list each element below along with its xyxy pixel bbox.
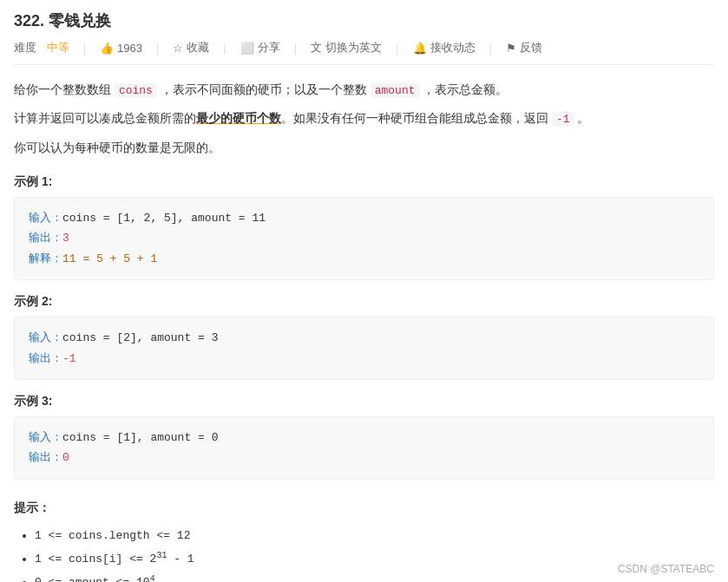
example3-output: 输出：0 xyxy=(29,448,699,468)
likes-item[interactable]: 👍 1963 xyxy=(100,42,142,55)
example1-output: 输出：3 xyxy=(29,228,699,248)
collect-label: 收藏 xyxy=(187,40,209,56)
minus-one-code: -1 xyxy=(552,112,574,127)
divider6: | xyxy=(489,42,492,55)
highlight-text: 最少的硬币个数 xyxy=(196,111,281,125)
bell-label: 接收动态 xyxy=(430,40,475,56)
meta-row: 难度 中等 | 👍 1963 | ☆ 收藏 | ⬜ 分享 | 文 切换为英文 |… xyxy=(14,40,714,65)
example1-block: 输入：coins = [1, 2, 5], amount = 11 输出：3 解… xyxy=(14,197,714,280)
desc-line2: 计算并返回可以凑成总金额所需的最少的硬币个数。如果没有任何一种硬币组合能组成总金… xyxy=(14,108,714,129)
coins-code1: coins xyxy=(115,83,157,98)
feedback-label: 反馈 xyxy=(520,40,542,56)
watermark: CSDN @STATEABC xyxy=(618,563,714,575)
example2-input: 输入：coins = [2], amount = 3 xyxy=(29,328,699,348)
hint-item-2: 1 <= coins[i] <= 231 - 1 xyxy=(35,547,714,571)
description-section: 给你一个整数数组 coins ，表示不同面额的硬币；以及一个整数 amount … xyxy=(14,79,714,159)
divider2: | xyxy=(156,42,159,55)
translate-button[interactable]: 文 切换为英文 xyxy=(311,40,382,56)
example2-title: 示例 2: xyxy=(14,294,714,310)
amount-code1: amount xyxy=(371,83,420,98)
example3-input: 输入：coins = [1], amount = 0 xyxy=(29,428,699,448)
hint-item-1: 1 <= coins.length <= 12 xyxy=(35,525,714,547)
example1-title: 示例 1: xyxy=(14,174,714,190)
likes-count: 1963 xyxy=(117,42,142,55)
bell-button[interactable]: 🔔 接收动态 xyxy=(413,40,475,56)
example3-block: 输入：coins = [1], amount = 0 输出：0 xyxy=(14,416,714,480)
thumbs-up-icon: 👍 xyxy=(100,42,114,55)
example1-explain: 解释：11 = 5 + 5 + 1 xyxy=(29,249,699,269)
divider4: | xyxy=(294,42,297,55)
hint-item-3: 0 <= amount <= 104 xyxy=(35,571,714,582)
hints-title: 提示： xyxy=(14,500,714,516)
translate-label: 切换为英文 xyxy=(325,40,382,56)
divider1: | xyxy=(83,42,86,55)
collect-button[interactable]: ☆ 收藏 xyxy=(173,40,209,56)
difficulty-value: 中等 xyxy=(47,40,69,56)
hints-list: 1 <= coins.length <= 12 1 <= coins[i] <=… xyxy=(14,525,714,582)
difficulty-item: 难度 中等 xyxy=(14,40,69,56)
page-container: 322. 零钱兑换 难度 中等 | 👍 1963 | ☆ 收藏 | ⬜ 分享 |… xyxy=(0,0,728,582)
hints-section: 提示： 1 <= coins.length <= 12 1 <= coins[i… xyxy=(14,500,714,582)
share-button[interactable]: ⬜ 分享 xyxy=(240,40,280,56)
desc-line1: 给你一个整数数组 coins ，表示不同面额的硬币；以及一个整数 amount … xyxy=(14,79,714,101)
example2-block: 输入：coins = [2], amount = 3 输出：-1 xyxy=(14,317,714,380)
example1-input: 输入：coins = [1, 2, 5], amount = 11 xyxy=(29,208,699,228)
example2-output: 输出：-1 xyxy=(29,349,699,369)
desc-line3: 你可以认为每种硬币的数量是无限的。 xyxy=(14,137,714,159)
divider3: | xyxy=(223,42,226,55)
page-title: 322. 零钱兑换 xyxy=(14,10,714,31)
star-icon: ☆ xyxy=(173,42,183,55)
share-icon: ⬜ xyxy=(240,42,254,55)
divider5: | xyxy=(396,42,398,55)
translate-icon: 文 xyxy=(311,40,322,56)
bell-icon: 🔔 xyxy=(413,42,427,55)
difficulty-label: 难度 xyxy=(14,40,36,56)
feedback-button[interactable]: ⚑ 反馈 xyxy=(506,40,542,56)
feedback-icon: ⚑ xyxy=(506,42,516,55)
share-label: 分享 xyxy=(258,40,280,56)
example3-title: 示例 3: xyxy=(14,394,714,409)
